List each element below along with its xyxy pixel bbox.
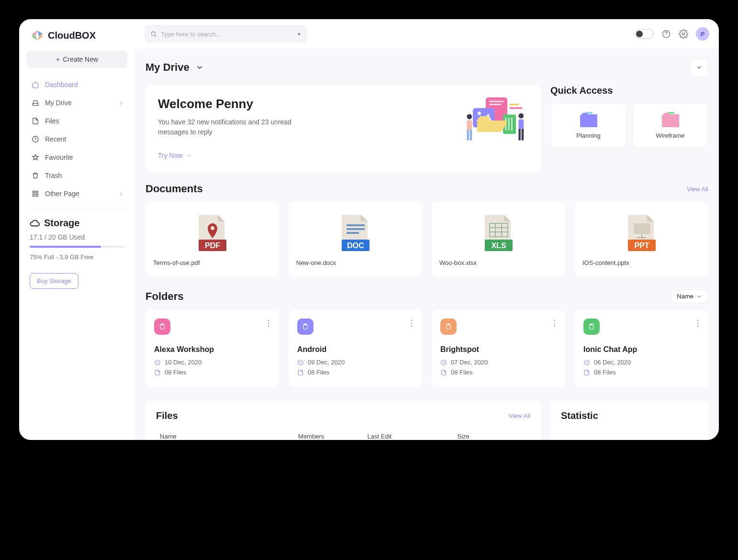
help-button[interactable] <box>661 29 671 39</box>
folder-menu-button[interactable]: ⋮ <box>694 318 702 328</box>
folders-sort[interactable]: Name <box>671 289 708 303</box>
storage-used: 17.1 / 20 GB Used <box>27 229 127 246</box>
folder-item[interactable]: ⋮ Alexa Workshop 10 Dec, 2020 08 Files <box>145 310 279 387</box>
sidebar-item-my-drive[interactable]: My Drive › <box>27 95 127 111</box>
quick-access-planning[interactable]: Planning <box>550 103 626 148</box>
documents-view-all[interactable]: View All <box>687 186 708 193</box>
sidebar-item-recent[interactable]: Recent <box>27 131 127 147</box>
document-item[interactable]: XLS Woo-box.xlsx <box>432 202 565 276</box>
sidebar-item-trash[interactable]: Trash <box>27 167 127 184</box>
buy-storage-button[interactable]: Buy Storage <box>30 273 78 289</box>
folder-date: 07 Dec, 2020 <box>451 359 488 366</box>
col-last-edit: Last Edit <box>368 433 458 440</box>
files-view-all[interactable]: View All <box>509 412 530 419</box>
svg-rect-16 <box>508 118 510 131</box>
folders-title: Folders <box>145 290 183 303</box>
trash-icon <box>32 172 39 179</box>
svg-rect-21 <box>470 130 472 141</box>
search-icon <box>150 31 157 37</box>
document-name: IOS-content.pptx <box>582 259 701 266</box>
svg-rect-26 <box>510 104 519 106</box>
toggle-knob <box>636 31 643 37</box>
svg-rect-10 <box>489 101 504 102</box>
folder-name: Brightspot <box>440 345 557 354</box>
create-new-button[interactable]: + Create New <box>27 51 127 68</box>
folder-icon <box>661 112 680 127</box>
quick-access-grid: Planning Wireframe <box>550 103 708 148</box>
chevron-down-icon <box>696 294 702 299</box>
plus-icon: + <box>56 55 60 63</box>
file-icon <box>154 369 161 376</box>
clock-icon <box>297 359 304 366</box>
svg-rect-15 <box>505 118 507 131</box>
app-window: CloudBOX + Create New Dashboard My Drive… <box>19 19 719 440</box>
folders-header: Folders Name <box>145 289 708 303</box>
folder-badge-icon <box>154 318 170 335</box>
sidebar-item-label: Recent <box>45 135 66 143</box>
sort-label: Name <box>677 293 693 300</box>
search-input[interactable] <box>161 31 293 38</box>
page-title-dropdown[interactable]: My Drive <box>145 61 204 74</box>
sidebar-item-favourite[interactable]: Favourite <box>27 149 127 165</box>
folder-files: 08 Files <box>165 369 187 376</box>
folder-item[interactable]: ⋮ Android 09 Dec, 2020 08 Files <box>289 310 422 387</box>
sidebar-nav: Dashboard My Drive › Files Recent Favour… <box>27 77 127 202</box>
create-label: Create New <box>63 55 98 63</box>
svg-rect-17 <box>511 118 513 131</box>
svg-point-18 <box>467 114 472 120</box>
svg-rect-27 <box>510 107 523 109</box>
avatar[interactable]: P <box>696 27 709 41</box>
svg-rect-5 <box>36 194 38 196</box>
document-item[interactable]: PDF Terms-of-use.pdf <box>145 202 279 276</box>
svg-rect-23 <box>518 119 524 129</box>
file-icon <box>32 117 39 125</box>
folder-item[interactable]: ⋮ Brightspot 07 Dec, 2020 08 Files <box>432 310 565 387</box>
cloud-icon <box>30 218 40 229</box>
page-options-button[interactable] <box>690 58 708 77</box>
sidebar: CloudBOX + Create New Dashboard My Drive… <box>19 19 135 440</box>
folder-menu-button[interactable]: ⋮ <box>265 318 272 328</box>
xls-icon: XLS <box>439 211 558 254</box>
settings-button[interactable] <box>679 29 688 39</box>
svg-point-8 <box>682 33 685 35</box>
pdf-icon: PDF <box>153 211 271 254</box>
svg-point-30 <box>211 226 214 230</box>
col-size: Size <box>457 433 526 440</box>
sidebar-item-label: Dashboard <box>45 81 78 88</box>
search-box[interactable]: ▼ <box>145 25 307 43</box>
document-item[interactable]: DOC New-one.docx <box>289 202 422 276</box>
document-item[interactable]: PPT IOS-content.pptx <box>575 202 708 276</box>
ppt-icon: PPT <box>582 211 701 254</box>
grid-icon <box>32 190 39 198</box>
svg-rect-20 <box>467 130 469 141</box>
caret-down-icon[interactable]: ▼ <box>297 32 302 37</box>
col-members: Members <box>298 433 368 440</box>
logo-icon <box>31 29 44 42</box>
sidebar-item-files[interactable]: Files <box>27 113 127 129</box>
try-now-link[interactable]: Try Now → <box>158 152 192 159</box>
clock-icon <box>32 135 39 143</box>
drive-icon <box>32 99 39 107</box>
content: My Drive Welcome Penny You have 32 new n… <box>135 49 719 440</box>
chevron-down-icon <box>195 63 204 72</box>
star-icon <box>32 154 39 161</box>
folder-menu-button[interactable]: ⋮ <box>408 318 415 328</box>
main: ▼ P My Drive <box>135 19 719 440</box>
quick-access-wireframe[interactable]: Wireframe <box>632 103 708 148</box>
page-header: My Drive <box>145 58 708 77</box>
svg-rect-35 <box>347 232 359 234</box>
clock-icon <box>583 359 590 366</box>
clock-icon <box>154 359 161 366</box>
folder-name: Ionic Chat App <box>583 345 700 354</box>
theme-toggle[interactable] <box>635 29 654 39</box>
document-name: Woo-box.xlsx <box>439 259 558 266</box>
svg-text:DOC: DOC <box>347 242 364 250</box>
storage-desc: 75% Full - 3.9 GB Free <box>27 248 127 266</box>
folder-menu-button[interactable]: ⋮ <box>551 318 559 328</box>
brand-logo[interactable]: CloudBOX <box>27 29 127 51</box>
folder-name: Android <box>297 345 414 354</box>
folder-item[interactable]: ⋮ Ionic Chat App 06 Dec, 2020 08 Files <box>575 310 708 387</box>
sidebar-item-dashboard[interactable]: Dashboard <box>27 77 127 93</box>
sidebar-item-other-page[interactable]: Other Page › <box>27 186 127 202</box>
svg-text:XLS: XLS <box>491 242 506 250</box>
